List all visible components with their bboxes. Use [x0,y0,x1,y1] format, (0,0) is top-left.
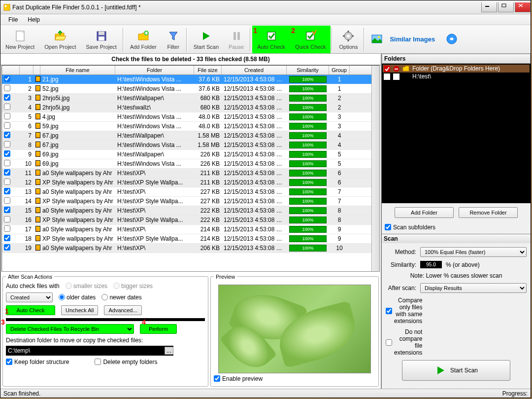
row-checkbox[interactable] [4,169,10,176]
table-row[interactable]: 15 a0 Style wallpapers by Ahr H:\test\XP… [2,206,371,216]
advanced-button[interactable]: Advanced... [104,305,141,315]
minimize-button[interactable] [481,2,497,12]
row-checkbox[interactable] [4,141,10,147]
table-row[interactable]: 14 XP Style wallpapers by Ahr H:\test\XP… [2,197,371,206]
table-row[interactable]: 8 67.jpg H:\test\Windows Vista ... 1.58 … [2,141,371,150]
radio-newer[interactable]: newer dates [101,294,141,301]
method-select[interactable]: 100% Equal Files (faster) [420,247,527,257]
table-row[interactable]: 5 4.jpg H:\test\Windows Vista ... 48.0 K… [2,112,371,122]
row-checkbox[interactable] [4,235,10,241]
delete-action-select[interactable]: Delete Checked Files To Recycle Bin [6,324,134,334]
window-title: Fast Duplicate File Finder 5.0.0.1 - [un… [12,4,141,11]
row-checkbox[interactable] [4,179,10,185]
auto-check-action-button[interactable]: Auto Check [6,305,55,315]
folders-header: Folders [382,54,531,64]
row-checkbox[interactable] [4,132,10,138]
row-checkbox[interactable] [4,85,10,91]
table-row[interactable]: 11 a0 Style wallpapers by Ahr H:\test\XP… [2,169,371,178]
open-project-button[interactable]: Open Project [39,26,81,53]
toolbar: New Project Open Project Save Project Ad… [0,25,531,54]
preview-image [218,285,371,373]
radio-older[interactable]: older dates [59,294,96,301]
after-scan-actions: After Scan Actions Auto check files with… [2,274,208,387]
extra-icon[interactable] [440,26,464,53]
folders-tree[interactable]: Folder (Drag&Drop Folders Here) H:\test\ [382,64,531,203]
preview-panel: Preview Enable preview [210,274,379,387]
row-checkbox[interactable] [4,113,10,119]
afterscan-select[interactable]: Display Results [420,283,527,293]
file-type-icon [35,95,40,101]
table-row[interactable]: 12 XP Style wallpapers by Ahr H:\test\XP… [2,178,371,187]
menu-help[interactable]: Help [23,15,45,25]
svg-rect-26 [384,66,390,72]
table-row[interactable]: 7 67.jpg H:\test\Wallpaper\ 1.58 MB 12/1… [2,131,371,141]
table-row[interactable]: 10 69.jpg H:\test\Windows Vista ... 226 … [2,159,371,169]
file-type-icon [35,217,40,222]
file-grid[interactable]: File name Folder File size Created Simil… [2,66,371,271]
keep-structure-checkbox[interactable]: Keep folder structure [6,359,69,365]
table-row[interactable]: 13 a0 Style wallpapers by Ahr H:\test\XP… [2,187,371,197]
quick-check-button[interactable]: 2Quick Check [290,26,331,53]
table-row[interactable]: 16 XP Style wallpapers by Ahr H:\test\XP… [2,216,371,225]
file-type-icon [35,85,40,91]
delete-empty-checkbox[interactable]: Delete empty folders [95,359,157,365]
row-checkbox[interactable] [4,122,10,129]
start-scan-button[interactable]: Start Scan [189,26,224,53]
file-type-icon [35,113,40,119]
table-row[interactable]: 2 52.jpg H:\test\Windows Vista ... 37.6 … [2,84,371,94]
row-checkbox[interactable] [4,160,10,166]
file-type-icon [35,160,40,166]
svg-rect-8 [99,32,104,35]
row-checkbox[interactable] [4,75,10,82]
menubar: File Help [0,14,531,25]
radio-bigger[interactable]: bigger sizes [113,283,153,290]
file-type-icon [35,76,40,82]
similarity-spinner[interactable]: 95.0 [420,261,442,268]
table-row[interactable]: 19 a0 Style wallpapers by Ahr H:\test\XP… [2,244,371,253]
table-row[interactable]: 6 59.jpg H:\test\Windows Vista ... 48.0 … [2,122,371,131]
grid-header: File name Folder File size Created Simil… [2,66,371,75]
save-project-button[interactable]: Save Project [81,26,122,53]
table-row[interactable]: 1 21.jpg H:\test\Windows Vista ... 37.6 … [2,75,371,84]
svg-rect-15 [267,32,275,40]
destination-input[interactable]: C:\temp\... [6,346,173,356]
row-checkbox[interactable] [4,197,10,204]
remove-folder-button[interactable]: Remove Folder [459,207,518,218]
row-checkbox[interactable] [4,244,10,251]
table-row[interactable]: 17 a0 Style wallpapers by Ahr H:\test\XP… [2,225,371,234]
row-checkbox[interactable] [4,94,10,101]
row-checkbox[interactable] [4,104,10,110]
row-checkbox[interactable] [4,150,10,157]
maximize-button[interactable] [498,2,514,12]
enable-preview-checkbox[interactable]: Enable preview [214,375,263,382]
table-row[interactable]: 18 XP Style wallpapers by Ahr H:\test\XP… [2,234,371,244]
uncheck-all-button[interactable]: Uncheck All [61,305,98,315]
row-checkbox[interactable] [4,225,10,232]
pause-button[interactable]: Pause [224,26,249,53]
table-row[interactable]: 4 2hrjo5i.jpg H:\test\wallz\ 680 KB 12/1… [2,103,371,112]
add-folder-panel-button[interactable]: Add Folder [395,207,454,218]
svg-rect-3 [502,4,506,7]
row-checkbox[interactable] [4,207,10,213]
new-project-button[interactable]: New Project [0,26,39,53]
radio-smaller[interactable]: smaller sizes [66,283,107,290]
filter-button[interactable]: Filter [162,26,185,53]
vertical-scrollbar[interactable] [371,66,379,271]
row-checkbox[interactable] [4,188,10,194]
svg-rect-14 [237,32,240,40]
table-row[interactable]: 3 2hrjo5i.jpg H:\test\Wallpaper\ 680 KB … [2,94,371,103]
scan-subfolders-checkbox[interactable]: Scan subfolders [385,224,435,231]
add-folder-button[interactable]: Add Folder [125,26,162,53]
compare-ext-checkbox[interactable]: Compare only files with same extensions [386,297,416,325]
start-scan-big-button[interactable]: Start Scan [402,360,510,381]
close-button[interactable] [515,2,531,12]
options-button[interactable]: Options [334,26,363,53]
row-checkbox[interactable] [4,216,10,222]
not-compare-ext-checkbox[interactable]: Do not compare file extensions [386,328,416,356]
table-row[interactable]: 9 69.jpg H:\test\Wallpaper\ 226 KB 12/15… [2,150,371,159]
similar-images-button[interactable]: Similar Images [366,26,440,53]
file-type-icon [35,245,40,251]
auto-check-button[interactable]: 1Auto Check [252,26,290,53]
menu-file[interactable]: File [3,15,23,25]
created-select[interactable]: Created [6,292,53,302]
